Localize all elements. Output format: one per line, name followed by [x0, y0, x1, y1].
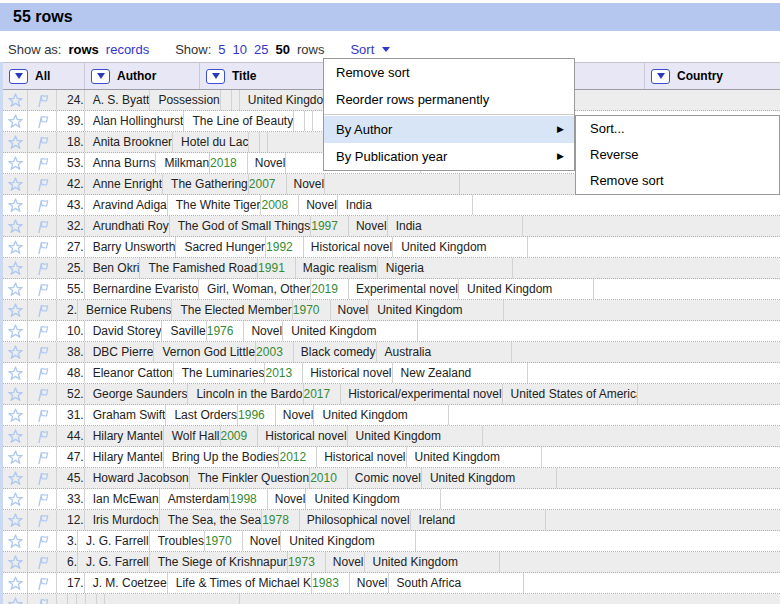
flag-toggle[interactable]	[28, 195, 57, 215]
flag-toggle[interactable]	[28, 342, 57, 362]
column-menu-title-button[interactable]	[206, 69, 225, 84]
column-header-author[interactable]: Author	[85, 63, 200, 89]
column-menu-country-button[interactable]	[651, 69, 670, 84]
flag-toggle[interactable]	[28, 405, 57, 425]
flag-icon	[35, 282, 50, 297]
star-toggle[interactable]	[3, 594, 28, 604]
flag-toggle[interactable]	[28, 153, 57, 173]
star-toggle[interactable]	[3, 363, 28, 383]
cell-genre: Historical novel	[258, 426, 347, 446]
column-header-all[interactable]: All	[3, 63, 85, 89]
cell-genre	[305, 111, 313, 131]
star-toggle[interactable]	[3, 258, 28, 278]
sort-dropdown-menu: Remove sort Reorder rows permanently By …	[323, 58, 575, 171]
sort-menu-trigger[interactable]: Sort	[350, 42, 374, 57]
star-icon	[8, 408, 23, 423]
star-toggle[interactable]	[3, 573, 28, 593]
menu-item-reorder-rows-permanently[interactable]: Reorder rows permanently	[324, 86, 574, 113]
flag-toggle[interactable]	[28, 216, 57, 236]
column-menu-all-button[interactable]	[9, 69, 28, 84]
star-toggle[interactable]	[3, 552, 28, 572]
star-toggle[interactable]	[3, 468, 28, 488]
column-menu-author-button[interactable]	[91, 69, 110, 84]
star-toggle[interactable]	[3, 279, 28, 299]
row-number: 39.	[57, 111, 85, 131]
star-toggle[interactable]	[3, 90, 28, 110]
flag-toggle[interactable]	[28, 132, 57, 152]
star-toggle[interactable]	[3, 321, 28, 341]
star-toggle[interactable]	[3, 405, 28, 425]
flag-toggle[interactable]	[28, 384, 57, 404]
flag-toggle[interactable]	[28, 279, 57, 299]
row-number: 43.	[57, 195, 85, 215]
flag-toggle[interactable]	[28, 426, 57, 446]
table-row: 31. Graham Swift Last Orders 1996 Novel …	[3, 405, 780, 426]
cell-publication-year: 1976	[207, 321, 245, 341]
table-row: 25. Ben Okri The Famished Road 1991 Magi…	[3, 258, 780, 279]
flag-toggle[interactable]	[28, 552, 57, 572]
page-size-10-link[interactable]: 10	[233, 42, 247, 57]
flag-icon	[35, 177, 50, 192]
flag-toggle[interactable]	[28, 489, 57, 509]
flag-toggle[interactable]	[28, 468, 57, 488]
flag-toggle[interactable]	[28, 363, 57, 383]
flag-toggle[interactable]	[28, 531, 57, 551]
page-size-5-link[interactable]: 5	[218, 42, 225, 57]
flag-toggle[interactable]	[28, 174, 57, 194]
cell-genre: Novel	[276, 405, 315, 425]
star-toggle[interactable]	[3, 531, 28, 551]
page-size-25-link[interactable]: 25	[254, 42, 268, 57]
star-toggle[interactable]	[3, 153, 28, 173]
star-icon	[8, 324, 23, 339]
flag-toggle[interactable]	[28, 237, 57, 257]
cell-title: The Sea, the Sea	[160, 510, 262, 530]
flag-toggle[interactable]	[28, 111, 57, 131]
star-toggle[interactable]	[3, 237, 28, 257]
star-toggle[interactable]	[3, 216, 28, 236]
table-row: 12. Iris Murdoch The Sea, the Sea 1978 P…	[3, 510, 780, 531]
star-toggle[interactable]	[3, 510, 28, 530]
cell-genre: Novel	[244, 321, 283, 341]
menu-item-by-publication-year[interactable]: By Publication year ▶	[324, 143, 574, 170]
star-icon	[8, 282, 23, 297]
show-as-records-link[interactable]: records	[106, 42, 149, 57]
star-toggle[interactable]	[3, 342, 28, 362]
flag-toggle[interactable]	[28, 321, 57, 341]
star-toggle[interactable]	[3, 132, 28, 152]
flag-toggle[interactable]	[28, 258, 57, 278]
star-toggle[interactable]	[3, 426, 28, 446]
star-toggle[interactable]	[3, 174, 28, 194]
row-number: 17.	[57, 573, 85, 593]
cell-title: The Famished Road	[140, 258, 258, 278]
cell-title: Sacred Hunger	[176, 237, 266, 257]
cell-title: Last Orders	[166, 405, 238, 425]
cell-publication-year: 2019	[311, 279, 349, 299]
star-toggle[interactable]	[3, 447, 28, 467]
flag-icon	[35, 534, 50, 549]
cell-country: Ireland	[411, 510, 546, 530]
submenu-item-reverse[interactable]: Reverse	[576, 142, 779, 168]
submenu-item-remove-sort[interactable]: Remove sort	[576, 168, 779, 194]
flag-toggle[interactable]	[28, 300, 57, 320]
star-toggle[interactable]	[3, 300, 28, 320]
flag-icon	[35, 324, 50, 339]
table-row: 47. Hilary Mantel Bring Up the Bodies 20…	[3, 447, 780, 468]
cell-genre: Novel	[268, 489, 307, 509]
submenu-item-sort[interactable]: Sort...	[576, 116, 779, 142]
flag-toggle[interactable]	[28, 573, 57, 593]
cell-author: Howard Jacobson	[85, 468, 190, 488]
star-toggle[interactable]	[3, 111, 28, 131]
cell-author: DBC Pierre	[85, 342, 155, 362]
column-header-country[interactable]: Country	[645, 63, 780, 89]
star-toggle[interactable]	[3, 195, 28, 215]
menu-item-remove-sort[interactable]: Remove sort	[324, 59, 574, 86]
star-toggle[interactable]	[3, 384, 28, 404]
cell-genre: Novel	[349, 216, 388, 236]
menu-item-by-author[interactable]: By Author ▶	[324, 116, 574, 143]
cell-publication-year	[86, 594, 97, 604]
star-toggle[interactable]	[3, 489, 28, 509]
flag-toggle[interactable]	[28, 447, 57, 467]
flag-toggle[interactable]	[28, 510, 57, 530]
flag-toggle[interactable]	[28, 90, 57, 110]
flag-toggle[interactable]	[28, 594, 57, 604]
